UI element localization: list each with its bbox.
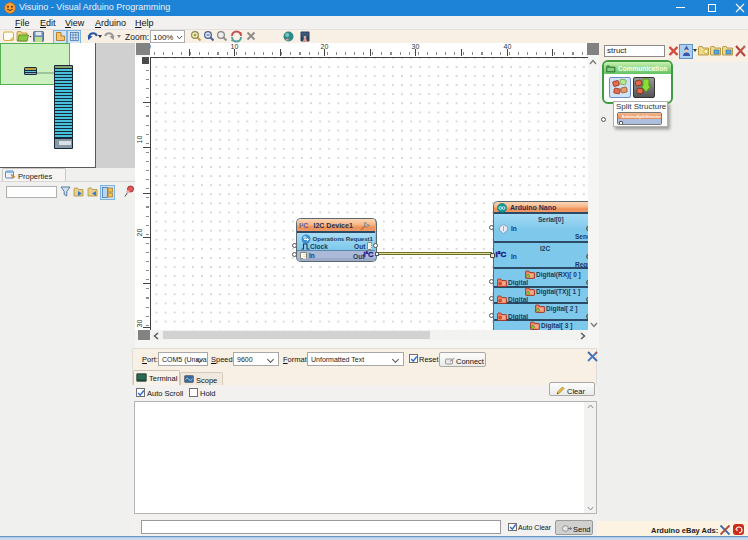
svg-text:I²C: I²C	[496, 250, 507, 259]
svg-text:I²C: I²C	[299, 222, 308, 229]
svg-text:I²C: I²C	[364, 250, 375, 259]
